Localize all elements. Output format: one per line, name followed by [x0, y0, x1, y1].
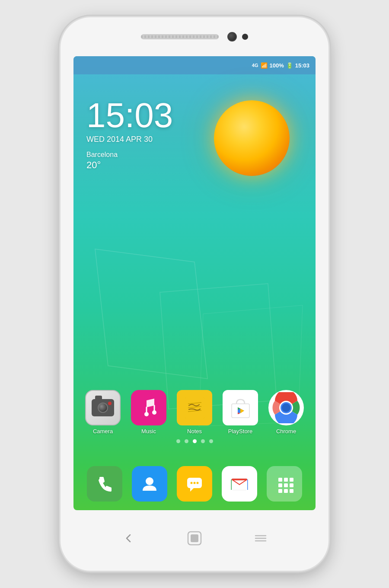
camera-body-shape — [92, 399, 114, 416]
status-icons: 4G 📶 100% 🔋 15:03 — [252, 62, 309, 69]
geo-decoration — [73, 204, 316, 510]
battery-icon: 🔋 — [286, 62, 293, 69]
svg-rect-8 — [185, 397, 204, 419]
svg-point-24 — [191, 482, 193, 484]
dock-messages[interactable] — [177, 466, 212, 502]
page-dot-4[interactable] — [209, 439, 213, 443]
home-button[interactable] — [182, 530, 207, 547]
menu-button[interactable] — [248, 530, 274, 547]
status-bar: 4G 📶 100% 🔋 15:03 — [73, 56, 316, 74]
front-camera — [227, 32, 237, 42]
camera-flash-shape — [108, 402, 112, 405]
sun-widget — [214, 100, 290, 176]
notes-label: Notes — [187, 428, 202, 435]
chrome-label: Chrome — [276, 428, 296, 435]
camera-label: Camera — [93, 428, 113, 435]
svg-rect-28 — [232, 479, 247, 480]
svg-rect-29 — [278, 478, 282, 482]
clock-time: 15:03 — [86, 98, 173, 133]
app-chrome[interactable]: Chrome — [268, 390, 304, 435]
notes-icon[interactable] — [177, 390, 212, 425]
phone-bottom — [61, 510, 328, 566]
app-music[interactable]: Music — [131, 390, 166, 435]
dock-apps[interactable] — [267, 466, 302, 502]
svg-rect-31 — [290, 478, 293, 482]
app-notes[interactable]: Notes — [177, 390, 212, 435]
music-label: Music — [141, 428, 156, 435]
svg-rect-35 — [278, 489, 282, 493]
app-camera[interactable]: Camera — [85, 390, 121, 435]
svg-marker-0 — [95, 249, 207, 379]
phone-screen: 4G 📶 100% 🔋 15:03 15:03 WED 2014 APR 30 … — [73, 56, 316, 510]
svg-point-26 — [197, 482, 199, 484]
clock-location: Barcelona — [86, 151, 173, 159]
svg-point-21 — [146, 477, 153, 485]
status-time: 15:03 — [295, 62, 309, 69]
back-button[interactable] — [115, 530, 141, 547]
svg-point-20 — [282, 403, 290, 412]
dock — [73, 466, 316, 502]
dock-contacts[interactable] — [132, 466, 167, 502]
music-icon[interactable] — [131, 390, 166, 425]
page-dot-2[interactable] — [193, 439, 197, 443]
page-indicators — [73, 439, 316, 443]
wallpaper: 15:03 WED 2014 APR 30 Barcelona 20° — [73, 74, 316, 510]
page-dot-1[interactable] — [185, 439, 188, 443]
page-dot-3[interactable] — [201, 439, 205, 443]
phone-device: 4G 📶 100% 🔋 15:03 15:03 WED 2014 APR 30 … — [61, 17, 328, 571]
signal-indicator: 4G — [252, 63, 258, 68]
camera-icon[interactable] — [85, 390, 121, 425]
sensor — [242, 34, 248, 40]
dock-gmail[interactable] — [222, 466, 257, 502]
app-playstore[interactable]: PlayStore — [223, 390, 258, 435]
signal-bars: 📶 — [261, 62, 268, 69]
battery-percent: 100% — [270, 62, 284, 69]
svg-point-6 — [152, 410, 156, 415]
playstore-icon[interactable] — [223, 390, 258, 425]
svg-point-25 — [194, 482, 196, 484]
svg-rect-30 — [284, 478, 288, 482]
clock-widget: 15:03 WED 2014 APR 30 Barcelona 20° — [86, 98, 173, 171]
camera-lens-shape — [98, 403, 108, 413]
svg-rect-32 — [278, 483, 282, 487]
clock-date: WED 2014 APR 30 — [86, 135, 173, 144]
svg-rect-34 — [290, 483, 293, 487]
svg-marker-23 — [190, 488, 194, 492]
svg-rect-39 — [191, 534, 198, 542]
svg-rect-37 — [290, 489, 293, 493]
svg-rect-36 — [284, 489, 288, 493]
svg-rect-33 — [284, 483, 288, 487]
clock-temperature: 20° — [86, 160, 173, 171]
page-dot-0[interactable] — [176, 439, 180, 443]
app-grid: Camera Music — [73, 390, 316, 435]
speaker-grille — [141, 34, 219, 39]
dock-phone[interactable] — [87, 466, 122, 502]
phone-top — [61, 17, 328, 56]
playstore-label: PlayStore — [228, 428, 252, 435]
chrome-icon[interactable] — [268, 390, 304, 425]
svg-point-5 — [144, 412, 149, 416]
